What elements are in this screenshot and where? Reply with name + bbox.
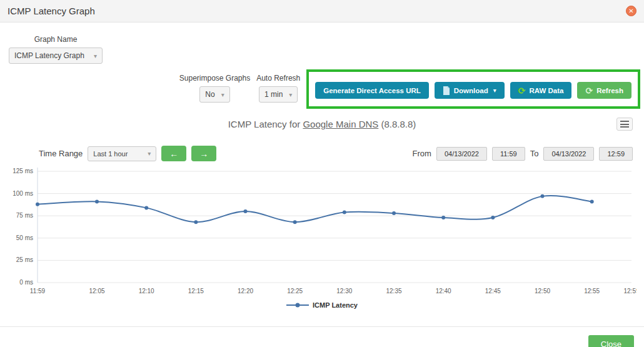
auto-refresh-dropdown[interactable]: 1 min ▾ <box>259 86 298 103</box>
chevron-down-icon: ▾ <box>289 91 292 98</box>
raw-data-label: RAW Data <box>529 87 563 94</box>
svg-text:11:59: 11:59 <box>30 288 46 294</box>
dialog-titlebar: ICMP Latency Graph ✕ <box>0 0 644 23</box>
svg-text:12:50: 12:50 <box>535 288 550 294</box>
superimpose-graphs-value: No <box>205 90 214 99</box>
generate-direct-access-url-button[interactable]: Generate Direct Access URL <box>315 82 429 99</box>
from-to-group: From 04/13/2022 11:59 To 04/13/2022 12:5… <box>413 147 633 161</box>
legend-line-icon <box>286 301 309 309</box>
graph-name-block: Graph Name ICMP Latency Graph ▾ <box>9 35 103 64</box>
chevron-down-icon: ▾ <box>221 91 224 98</box>
footer: Close <box>0 327 644 347</box>
auto-refresh-value: 1 min <box>264 90 283 99</box>
superimpose-graphs-control: Superimpose Graphs No ▾ <box>179 74 250 103</box>
refresh-button[interactable]: ⟳ Refresh <box>577 82 631 99</box>
raw-data-button[interactable]: ⟳ RAW Data <box>510 82 572 99</box>
svg-text:125 ms: 125 ms <box>13 168 33 174</box>
chart-title-prefix: ICMP Latency for <box>228 119 303 129</box>
from-label: From <box>413 149 431 158</box>
svg-text:12:45: 12:45 <box>485 288 501 294</box>
graph-name-label: Graph Name <box>34 35 78 44</box>
controls-row: Superimpose Graphs No ▾ Auto Refresh 1 m… <box>0 74 644 109</box>
svg-text:12:05: 12:05 <box>89 288 104 294</box>
dialog-title: ICMP Latency Graph <box>8 6 95 16</box>
dialog-close-icon[interactable]: ✕ <box>626 6 636 16</box>
time-range-label: Time Range <box>39 149 83 158</box>
refresh-label: Refresh <box>596 87 623 94</box>
svg-text:12:10: 12:10 <box>139 288 154 294</box>
chart-title-row: ICMP Latency for Google Main DNS (8.8.8.… <box>0 119 644 129</box>
refresh-icon: ⟳ <box>585 86 593 95</box>
generate-direct-access-url-label: Generate Direct Access URL <box>323 87 421 94</box>
to-date-field[interactable]: 04/13/2022 <box>543 147 594 161</box>
svg-text:0 ms: 0 ms <box>19 279 33 286</box>
svg-text:12:30: 12:30 <box>336 288 352 294</box>
device-link[interactable]: Google Main DNS <box>303 119 378 129</box>
chart-context-menu-icon[interactable] <box>616 118 633 131</box>
chart-legend[interactable]: ICMP Latency <box>0 301 644 309</box>
svg-text:12:20: 12:20 <box>238 288 253 294</box>
close-button[interactable]: Close <box>588 335 634 347</box>
svg-text:12:40: 12:40 <box>436 288 451 294</box>
chevron-down-icon: ▾ <box>94 53 97 59</box>
time-back-button[interactable]: ← <box>161 146 186 161</box>
file-icon <box>443 86 450 95</box>
graph-name-value: ICMP Latency Graph <box>14 51 84 60</box>
chart-title-ip: (8.8.8.8) <box>378 119 416 129</box>
download-label: Download <box>454 87 488 94</box>
chevron-down-icon: ▾ <box>148 150 151 157</box>
refresh-icon: ⟳ <box>518 86 526 95</box>
to-time-field[interactable]: 12:59 <box>599 147 633 161</box>
legend-label: ICMP Latency <box>313 301 358 309</box>
superimpose-graphs-dropdown[interactable]: No ▾ <box>199 86 229 103</box>
latency-line-chart: 0 ms25 ms50 ms75 ms100 ms125 ms11:5912:0… <box>8 165 636 298</box>
auto-refresh-control: Auto Refresh 1 min ▾ <box>256 74 300 103</box>
superimpose-graphs-label: Superimpose Graphs <box>179 74 250 83</box>
time-range-dropdown[interactable]: Last 1 hour ▾ <box>88 146 156 161</box>
svg-text:12:55: 12:55 <box>584 288 600 294</box>
close-button-label: Close <box>601 339 621 347</box>
svg-text:12:35: 12:35 <box>386 288 401 294</box>
auto-refresh-label: Auto Refresh <box>256 74 300 83</box>
to-label: To <box>530 149 539 158</box>
svg-text:12:25: 12:25 <box>287 288 303 294</box>
time-range-group: Time Range Last 1 hour ▾ ← → <box>39 146 216 161</box>
highlight-annotation-box: Generate Direct Access URL Download ▾ ⟳ … <box>306 69 640 109</box>
time-controls-row: Time Range Last 1 hour ▾ ← → From 04/13/… <box>0 146 644 161</box>
from-time-field[interactable]: 11:59 <box>492 147 525 161</box>
svg-text:75 ms: 75 ms <box>16 212 33 219</box>
time-forward-button[interactable]: → <box>191 146 216 161</box>
svg-text:100 ms: 100 ms <box>13 190 33 197</box>
chevron-down-icon: ▾ <box>493 87 496 94</box>
from-date-field[interactable]: 04/13/2022 <box>436 147 487 161</box>
svg-text:12:59: 12:59 <box>623 288 636 294</box>
graph-name-dropdown[interactable]: ICMP Latency Graph ▾ <box>9 48 103 64</box>
chart-title: ICMP Latency for Google Main DNS (8.8.8.… <box>0 119 644 129</box>
chart-area: 0 ms25 ms50 ms75 ms100 ms125 ms11:5912:0… <box>0 165 644 300</box>
download-button[interactable]: Download ▾ <box>435 82 505 99</box>
svg-text:12:15: 12:15 <box>188 288 204 294</box>
svg-text:25 ms: 25 ms <box>16 256 33 263</box>
svg-text:50 ms: 50 ms <box>16 234 33 241</box>
time-range-value: Last 1 hour <box>93 150 128 158</box>
